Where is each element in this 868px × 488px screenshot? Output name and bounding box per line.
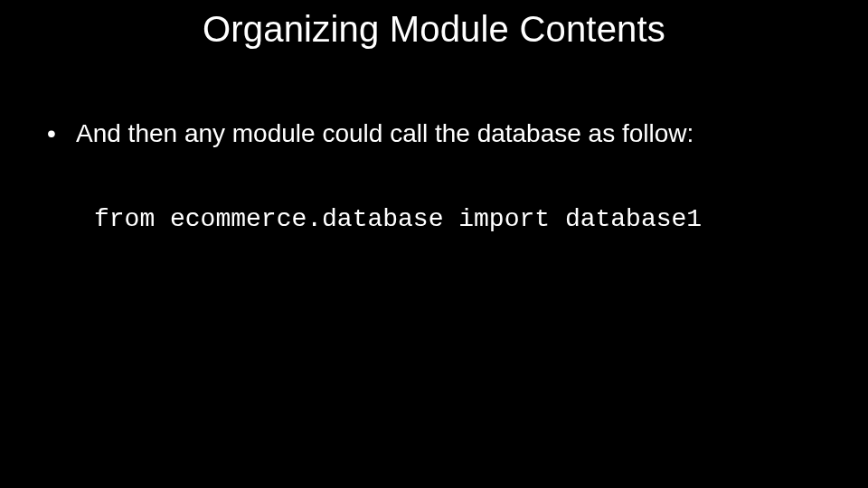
bullet-text: And then any module could call the datab… bbox=[76, 117, 825, 149]
slide-body: • And then any module could call the dat… bbox=[43, 117, 825, 233]
bullet-item: • And then any module could call the dat… bbox=[43, 117, 825, 149]
code-line: from ecommerce.database import database1 bbox=[94, 205, 825, 233]
bullet-marker: • bbox=[43, 117, 76, 149]
slide-title: Organizing Module Contents bbox=[0, 9, 868, 50]
slide: Organizing Module Contents • And then an… bbox=[0, 0, 868, 488]
